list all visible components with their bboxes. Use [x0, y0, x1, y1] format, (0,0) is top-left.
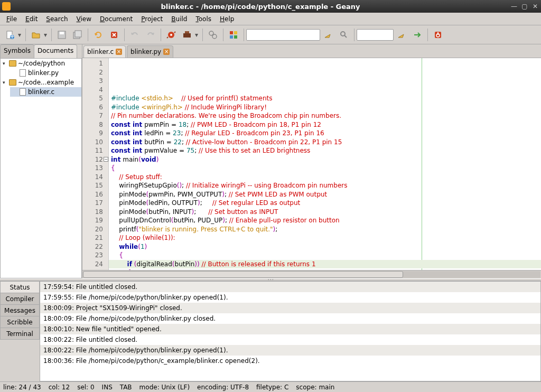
bottom-tabs: Status Compiler Messages Scribble Termin…	[0, 281, 40, 381]
file-icon	[20, 88, 26, 96]
svg-rect-10	[183, 33, 191, 38]
sidebar-tabs: Symbols Documents	[0, 44, 82, 58]
message-row[interactable]: 18:00:22: File /home/pi/code/python/blin…	[40, 345, 540, 356]
menu-edit[interactable]: Edit	[21, 14, 42, 24]
tree-folder[interactable]: ▾ ~/code...example	[1, 78, 81, 87]
titlebar: blinker.c - /home/pi/code/python/c_examp…	[0, 0, 541, 13]
run-button[interactable]	[206, 28, 220, 42]
revert-button[interactable]	[91, 28, 105, 42]
close-button[interactable]: ✕	[531, 3, 539, 10]
status-mode: mode: Unix (LF)	[139, 384, 190, 391]
new-file-dropdown[interactable]: ▾	[18, 31, 23, 39]
svg-rect-4	[60, 32, 64, 34]
menubar: File Edit Search View Document Project B…	[0, 13, 541, 25]
menu-view[interactable]: View	[72, 14, 96, 24]
close-tab-icon[interactable]: ×	[116, 49, 122, 55]
file-label: blinker.c	[28, 88, 54, 96]
expander-icon[interactable]: ▾	[3, 61, 9, 66]
menu-tools[interactable]: Tools	[191, 14, 216, 24]
message-row[interactable]: 18:00:09: File /home/pi/code/python/blin…	[40, 313, 540, 324]
menu-project[interactable]: Project	[137, 14, 167, 24]
svg-rect-15	[234, 31, 237, 34]
message-list[interactable]: 17:59:54: File untitled closed.17:59:55:…	[40, 281, 541, 381]
svg-point-18	[341, 32, 345, 36]
line-gutter[interactable]: 1234567891011121314151617181920212223242…	[82, 58, 109, 270]
color-chooser-button[interactable]	[227, 28, 240, 42]
minimize-button[interactable]: —	[510, 3, 518, 10]
tab-terminal[interactable]: Terminal	[0, 328, 40, 340]
message-row[interactable]: 18:00:22: File untitled closed.	[40, 334, 540, 345]
tab-messages[interactable]: Messages	[0, 304, 40, 316]
tab-status[interactable]: Status	[0, 281, 40, 293]
app-icon	[2, 2, 11, 11]
undo-button[interactable]	[128, 28, 142, 42]
folder-icon	[9, 60, 16, 67]
redo-button[interactable]	[144, 28, 157, 42]
file-label: blinker.py	[28, 69, 59, 77]
tab-symbols[interactable]: Symbols	[0, 44, 34, 58]
message-row[interactable]: 18:00:09: Project "SX1509-WiringPi" clos…	[40, 303, 540, 313]
editor-tab-blinker-c[interactable]: blinker.c ×	[83, 45, 126, 58]
tree-folder[interactable]: ▾ ~/code/python	[1, 59, 81, 68]
status-encoding: encoding: UTF-8	[197, 384, 249, 391]
open-file-button[interactable]	[29, 28, 43, 42]
goto-line-button[interactable]	[411, 28, 424, 42]
folder-label: ~/code/python	[18, 60, 65, 67]
close-tab-icon[interactable]: ×	[163, 49, 170, 55]
tab-scribble[interactable]: Scribble	[0, 316, 40, 328]
search-input[interactable]	[246, 29, 320, 41]
find-button[interactable]	[337, 28, 351, 42]
file-icon	[20, 69, 26, 77]
menu-search[interactable]: Search	[42, 14, 72, 24]
status-col: col: 12	[49, 384, 70, 391]
goto-line-input[interactable]	[357, 29, 394, 41]
statusbar: line: 24 / 43 col: 12 sel: 0 INS TAB mod…	[0, 381, 541, 392]
window-title: blinker.c - /home/pi/code/python/c_examp…	[14, 3, 507, 11]
code-content[interactable]: #include <stdio.h> // Used for printf() …	[109, 58, 541, 270]
tree-file[interactable]: blinker.c	[10, 87, 81, 97]
clear-goto-button[interactable]	[395, 28, 408, 42]
new-file-button[interactable]: +	[3, 28, 17, 42]
clear-search-button[interactable]	[321, 28, 335, 42]
scrollbar-thumb[interactable]	[83, 271, 403, 278]
svg-text:+: +	[10, 33, 15, 40]
save-button[interactable]	[55, 28, 69, 42]
status-sel: sel: 0	[77, 384, 94, 391]
open-file-dropdown[interactable]: ▾	[44, 31, 49, 39]
status-line: line: 24 / 43	[3, 384, 41, 391]
menu-help[interactable]: Help	[216, 14, 238, 24]
tab-compiler[interactable]: Compiler	[0, 293, 40, 305]
main-area: Symbols Documents ▾ ~/code/python blinke…	[0, 44, 541, 278]
build-button[interactable]	[180, 28, 194, 42]
maximize-button[interactable]: ▢	[521, 3, 528, 10]
svg-rect-21	[437, 32, 439, 35]
svg-rect-14	[230, 31, 233, 34]
editor-tab-blinker-py[interactable]: blinker.py ×	[127, 45, 173, 58]
save-all-button[interactable]	[71, 28, 85, 42]
folder-icon	[9, 79, 16, 86]
document-tree[interactable]: ▾ ~/code/python blinker.py ▾ ~/code...ex…	[0, 58, 82, 278]
status-ins: INS	[102, 384, 113, 391]
message-row[interactable]: 17:59:54: File untitled closed.	[40, 282, 540, 292]
message-row[interactable]: 18:00:36: File /home/pi/code/python/c_ex…	[40, 356, 540, 366]
build-dropdown[interactable]: ▾	[195, 31, 200, 39]
compile-button[interactable]	[164, 28, 178, 42]
menu-build[interactable]: Build	[167, 14, 191, 24]
tab-documents[interactable]: Documents	[34, 44, 77, 58]
menu-file[interactable]: File	[2, 14, 21, 24]
svg-rect-16	[230, 35, 233, 39]
menu-document[interactable]: Document	[96, 14, 137, 24]
tree-file[interactable]: blinker.py	[10, 68, 81, 78]
message-row[interactable]: 18:00:10: New file "untitled" opened.	[40, 324, 540, 334]
svg-rect-17	[234, 35, 237, 39]
status-tab: TAB	[120, 384, 132, 391]
tab-label: blinker.py	[130, 48, 161, 55]
quit-button[interactable]	[431, 28, 445, 42]
close-file-button[interactable]	[107, 28, 121, 42]
bottom-panel: Status Compiler Messages Scribble Termin…	[0, 281, 541, 381]
editor-area: blinker.c × blinker.py × 123456789101112…	[82, 44, 541, 278]
horizontal-scrollbar[interactable]	[82, 270, 541, 278]
code-editor[interactable]: 1234567891011121314151617181920212223242…	[82, 58, 541, 270]
message-row[interactable]: 17:59:55: File /home/pi/code/python/blin…	[40, 292, 540, 303]
expander-icon[interactable]: ▾	[3, 80, 9, 85]
